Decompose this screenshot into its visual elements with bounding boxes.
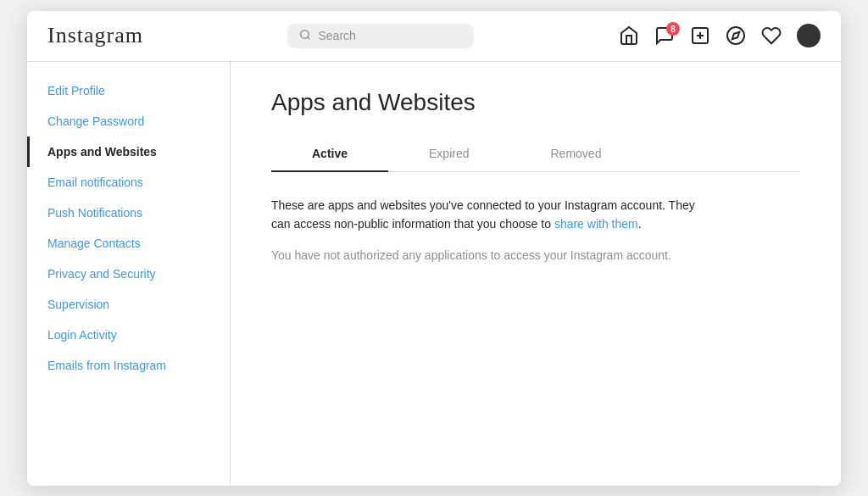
page-title: Apps and Websites xyxy=(271,89,800,116)
sidebar-item-privacy-security[interactable]: Privacy and Security xyxy=(27,259,230,289)
sidebar-item-manage-contacts[interactable]: Manage Contacts xyxy=(27,228,230,259)
tab-expired[interactable]: Expired xyxy=(388,137,509,172)
new-post-icon[interactable] xyxy=(690,25,710,46)
sidebar-item-email-notifications[interactable]: Email notifications xyxy=(27,167,230,198)
sidebar: Edit Profile Change Password Apps and We… xyxy=(27,62,231,486)
tab-active[interactable]: Active xyxy=(271,137,388,172)
empty-state-text: You have not authorized any applications… xyxy=(271,248,800,262)
messages-icon[interactable]: 8 xyxy=(654,25,675,46)
description-text-2: . xyxy=(638,217,642,231)
explore-icon[interactable] xyxy=(726,25,746,46)
search-icon xyxy=(299,29,311,43)
sidebar-item-push-notifications[interactable]: Push Notifications xyxy=(27,198,230,228)
search-bar[interactable]: Search xyxy=(287,24,474,48)
content-area: Apps and Websites Active Expired Removed… xyxy=(231,62,841,486)
avatar xyxy=(797,24,821,47)
sidebar-item-apps-websites[interactable]: Apps and Websites xyxy=(27,137,230,167)
main-layout: Edit Profile Change Password Apps and We… xyxy=(27,62,841,486)
sidebar-item-login-activity[interactable]: Login Activity xyxy=(27,320,230,350)
search-placeholder: Search xyxy=(318,29,462,42)
messages-badge: 8 xyxy=(666,22,680,36)
sidebar-item-change-password[interactable]: Change Password xyxy=(27,106,230,137)
apps-description: These are apps and websites you've conne… xyxy=(271,196,712,234)
sidebar-item-edit-profile[interactable]: Edit Profile xyxy=(27,75,230,106)
avatar-icon[interactable] xyxy=(797,24,821,47)
share-link[interactable]: share with them xyxy=(554,217,638,231)
svg-point-0 xyxy=(301,30,309,37)
browser-window: Instagram Search xyxy=(27,11,841,486)
top-nav: Instagram Search xyxy=(27,11,841,62)
home-icon[interactable] xyxy=(619,25,639,46)
tab-removed[interactable]: Removed xyxy=(510,137,643,172)
nav-icons: 8 xyxy=(619,24,821,47)
tabs: Active Expired Removed xyxy=(271,137,800,172)
svg-marker-6 xyxy=(732,32,739,39)
sidebar-item-emails-instagram[interactable]: Emails from Instagram xyxy=(27,350,230,381)
sidebar-item-supervision[interactable]: Supervision xyxy=(27,289,230,320)
svg-line-1 xyxy=(308,36,310,39)
svg-point-5 xyxy=(727,27,744,44)
heart-icon[interactable] xyxy=(761,25,782,46)
instagram-logo: Instagram xyxy=(47,23,143,48)
